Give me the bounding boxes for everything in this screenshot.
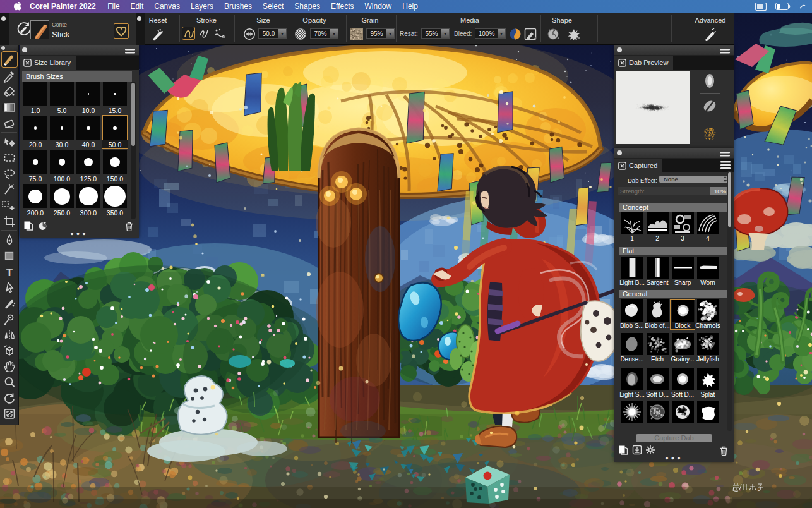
svg-text:T: T [6,267,13,279]
